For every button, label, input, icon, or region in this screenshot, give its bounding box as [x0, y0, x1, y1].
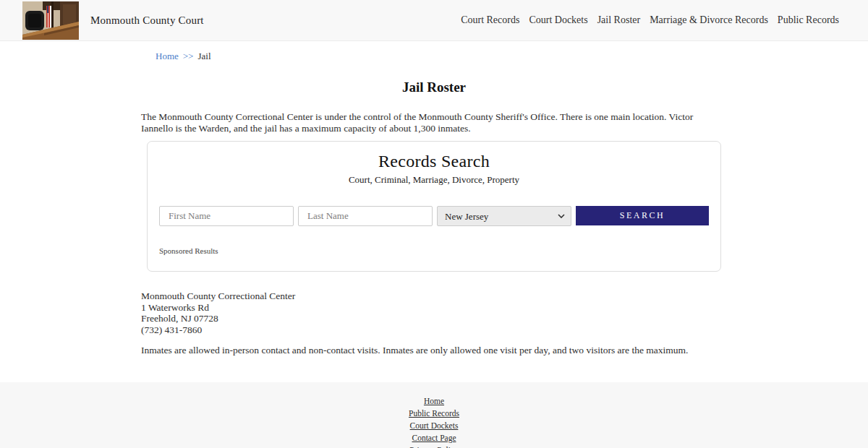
search-box-title: Records Search [159, 152, 709, 171]
footer-link-public-records[interactable]: Public Records [409, 409, 459, 418]
site-footer: Home Public Records Court Dockets Contac… [0, 382, 868, 448]
footer-link-court-dockets[interactable]: Court Dockets [410, 421, 459, 430]
footer-links: Home Public Records Court Dockets Contac… [0, 395, 868, 448]
nav-marriage-divorce-records[interactable]: Marriage & Divorce Records [650, 14, 768, 26]
page-title: Jail Roster [141, 79, 727, 95]
facility-address-block: Monmouth County Correctional Center 1 Wa… [141, 290, 727, 335]
intro-paragraph: The Monmouth County Correctional Center … [141, 111, 727, 134]
visits-note: Inmates are allowed in-person contact an… [141, 345, 727, 356]
facility-phone: (732) 431-7860 [141, 324, 727, 335]
facility-name: Monmouth County Correctional Center [141, 290, 727, 301]
top-nav: Court Records Court Dockets Jail Roster … [461, 14, 839, 26]
breadcrumb: Home>>Jail [141, 41, 727, 62]
state-select[interactable]: New Jersey [437, 206, 571, 226]
nav-public-records[interactable]: Public Records [778, 14, 839, 26]
breadcrumb-home-link[interactable]: Home [156, 51, 179, 61]
records-search-box: Records Search Court, Criminal, Marriage… [147, 141, 721, 272]
footer-link-home[interactable]: Home [424, 397, 444, 405]
breadcrumb-current: Jail [197, 51, 210, 61]
last-name-input[interactable] [298, 206, 433, 226]
state-select-wrap: New Jersey [437, 206, 571, 226]
courtroom-logo-image [22, 1, 79, 40]
courtroom-photo-icon [22, 1, 79, 40]
facility-address-line2: Freehold, NJ 07728 [141, 313, 727, 324]
nav-court-records[interactable]: Court Records [461, 14, 519, 26]
breadcrumb-separator: >> [183, 51, 194, 61]
first-name-input[interactable] [159, 206, 294, 226]
site-title: Monmouth County Court [90, 14, 204, 27]
search-box-subtitle: Court, Criminal, Marriage, Divorce, Prop… [159, 174, 709, 186]
site-header: Monmouth County Court Court Records Cour… [0, 0, 868, 41]
footer-link-contact-page[interactable]: Contact Page [412, 434, 456, 442]
nav-court-dockets[interactable]: Court Dockets [529, 14, 587, 26]
search-button[interactable]: SEARCH [576, 206, 709, 225]
search-form-row: New Jersey SEARCH [159, 206, 709, 226]
facility-address-line1: 1 Waterworks Rd [141, 302, 727, 313]
sponsored-results-label: Sponsored Results [159, 246, 709, 255]
main-content: Home>>Jail Jail Roster The Monmouth Coun… [0, 41, 868, 356]
footer-link-privacy-policy[interactable]: Privacy Policy [409, 446, 458, 448]
nav-jail-roster[interactable]: Jail Roster [597, 14, 641, 26]
